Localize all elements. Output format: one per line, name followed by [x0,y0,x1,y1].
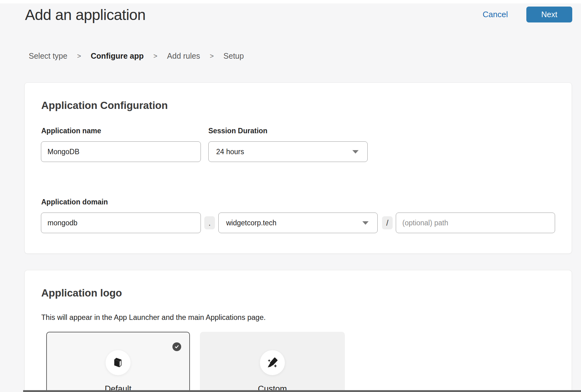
cancel-button[interactable]: Cancel [483,10,508,19]
breadcrumb-separator: > [77,52,81,60]
breadcrumb-setup[interactable]: Setup [223,51,244,61]
default-logo-circle [106,350,131,375]
top-window-strip [0,0,581,3]
application-domain-label: Application domain [41,198,108,206]
dot-separator: . [204,216,215,229]
domain-select-value: widgetcorp.tech [226,219,276,227]
path-input[interactable] [396,213,555,233]
slash-separator: / [382,216,393,229]
breadcrumb-add-rules[interactable]: Add rules [167,51,200,61]
bottom-divider [23,390,581,392]
paintbrush-icon [266,356,279,369]
page-title: Add an application [25,6,146,23]
application-configuration-card: Application Configuration Application na… [24,82,572,254]
session-duration-label: Session Duration [208,127,267,135]
selected-check-badge [172,342,181,351]
breadcrumb-configure-app[interactable]: Configure app [91,51,144,61]
chevron-down-icon [362,221,369,225]
logo-option-default[interactable]: Default [46,332,190,392]
custom-logo-circle [260,350,285,375]
breadcrumb-select-type[interactable]: Select type [29,51,67,61]
cube-icon [112,356,124,369]
breadcrumb-separator: > [210,52,214,60]
breadcrumb: Select type > Configure app > Add rules … [29,51,244,61]
session-duration-select[interactable]: 24 hours [208,141,368,162]
logo-description: This will appear in the App Launcher and… [41,313,266,322]
subdomain-input[interactable] [41,213,201,233]
application-name-label: Application name [41,127,101,135]
chevron-down-icon [352,150,359,154]
domain-select[interactable]: widgetcorp.tech [218,213,378,233]
next-button[interactable]: Next [526,7,572,22]
session-duration-value: 24 hours [216,148,244,156]
check-icon [174,344,179,349]
breadcrumb-separator: > [153,52,157,60]
logo-heading: Application logo [41,287,122,299]
application-name-input[interactable] [41,141,201,162]
logo-option-custom[interactable]: Custom [200,332,345,392]
configuration-heading: Application Configuration [41,100,168,111]
application-logo-card: Application logo This will appear in the… [24,270,572,392]
